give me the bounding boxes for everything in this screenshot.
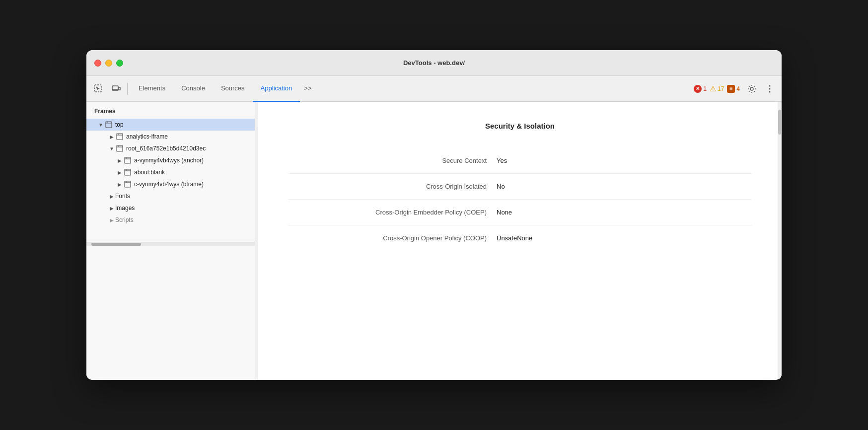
title-bar: DevTools - web.dev/ — [86, 50, 782, 76]
tree-arrow-root — [108, 145, 115, 152]
svg-point-6 — [769, 88, 771, 89]
tree-label-c-bframe: c-vynmy4vb4wys (bframe) — [134, 181, 204, 188]
content-scrollbar[interactable] — [778, 102, 782, 380]
info-label-1: Cross-Origin Isolated — [288, 183, 497, 190]
tree-item-fonts[interactable]: Fonts — [86, 190, 255, 202]
main-layout: Frames top — [86, 102, 782, 380]
badge-group: ✕ 1 ⚠ 17 ≡ 4 — [694, 84, 740, 93]
frame-icon-about-blank — [123, 169, 132, 176]
toolbar-right: ✕ 1 ⚠ 17 ≡ 4 — [694, 81, 778, 97]
tree-arrow-a-anchor — [116, 157, 123, 164]
svg-rect-11 — [117, 134, 123, 140]
info-value-1: No — [497, 183, 505, 190]
tab-elements[interactable]: Elements — [131, 76, 173, 102]
tree-label-images: Images — [115, 205, 135, 212]
cursor-icon — [94, 84, 103, 93]
info-label-2: Cross-Origin Embedder Policy (COEP) — [288, 209, 497, 216]
info-row-cross-origin-isolated: Cross-Origin Isolated No — [288, 174, 752, 200]
toolbar: Elements Console Sources Application >> … — [86, 76, 782, 102]
sidebar-scroll-thumb — [91, 243, 141, 246]
error-badge[interactable]: ✕ 1 — [694, 85, 707, 93]
error-icon: ✕ — [694, 85, 702, 93]
tab-application[interactable]: Application — [253, 76, 300, 102]
tree-label-scripts: Scripts — [115, 216, 134, 223]
more-tabs-button[interactable]: >> — [300, 76, 315, 102]
tree-arrow-analytics — [108, 133, 115, 140]
info-row-secure-context: Secure Context Yes — [288, 148, 752, 174]
close-button[interactable] — [94, 60, 101, 67]
svg-rect-2 — [119, 87, 120, 90]
warning-icon: ⚠ — [710, 84, 716, 93]
tree-item-images[interactable]: Images — [86, 202, 255, 214]
content-panel: Security & Isolation Secure Context Yes … — [258, 102, 782, 380]
tree-item-top[interactable]: top — [86, 119, 255, 131]
tree-arrow-top — [97, 121, 104, 128]
svg-rect-23 — [125, 181, 131, 187]
info-row-coep: Cross-Origin Embedder Policy (COEP) None — [288, 200, 752, 225]
frame-icon-analytics — [115, 133, 124, 140]
tree-label-fonts: Fonts — [115, 193, 130, 200]
frame-icon-c-bframe — [123, 181, 132, 188]
svg-point-4 — [750, 87, 753, 90]
info-badge[interactable]: ≡ 4 — [727, 85, 740, 93]
content-scroll-thumb — [778, 110, 781, 135]
info-value-2: None — [497, 209, 512, 216]
tree-arrow-fonts — [108, 193, 115, 200]
tree-label-analytics: analytics-iframe — [126, 133, 168, 140]
tab-console[interactable]: Console — [173, 76, 213, 102]
svg-point-7 — [769, 91, 771, 92]
devtools-window: DevTools - web.dev/ Elements Console — [86, 50, 782, 380]
tree-arrow-scripts — [108, 216, 115, 223]
info-icon: ≡ — [727, 85, 735, 93]
tree-arrow-c-bframe — [116, 181, 123, 188]
warning-badge[interactable]: ⚠ 17 — [710, 84, 724, 93]
tree-label-top: top — [115, 121, 124, 128]
inspect-element-button[interactable] — [90, 81, 106, 97]
sidebar: Frames top — [86, 102, 255, 380]
info-value-3: UnsafeNone — [497, 234, 532, 242]
tree-arrow-about-blank — [116, 169, 123, 176]
frame-icon-a-anchor — [123, 157, 132, 164]
info-value-0: Yes — [497, 157, 507, 164]
info-table: Secure Context Yes Cross-Origin Isolated… — [288, 148, 752, 251]
sidebar-scrollbar[interactable] — [86, 242, 255, 246]
svg-rect-14 — [117, 145, 123, 151]
tree-item-c-bframe[interactable]: c-vynmy4vb4wys (bframe) — [86, 178, 255, 190]
content-inner: Security & Isolation Secure Context Yes … — [258, 102, 782, 271]
svg-rect-17 — [125, 157, 131, 163]
maximize-button[interactable] — [116, 60, 123, 67]
settings-button[interactable] — [744, 81, 760, 97]
frame-icon-root — [115, 145, 124, 152]
tree-label-about-blank: about:blank — [134, 169, 165, 176]
tree-arrow-images — [108, 205, 115, 212]
tree-item-root[interactable]: root_616a752e1b5d4210d3ec — [86, 143, 255, 154]
traffic-lights — [94, 60, 123, 67]
more-options-button[interactable] — [762, 81, 778, 97]
section-title: Security & Isolation — [288, 122, 752, 130]
gear-icon — [747, 84, 756, 93]
frames-section-header: Frames — [86, 102, 255, 119]
svg-rect-8 — [106, 122, 112, 128]
tab-sources[interactable]: Sources — [213, 76, 253, 102]
frame-icon-top — [104, 121, 113, 128]
toolbar-divider — [127, 83, 128, 95]
tree-item-scripts[interactable]: Scripts — [86, 214, 255, 226]
tree-label-a-anchor: a-vynmy4vb4wys (anchor) — [134, 157, 204, 164]
svg-rect-20 — [125, 169, 131, 175]
tree-item-a-anchor[interactable]: a-vynmy4vb4wys (anchor) — [86, 154, 255, 166]
tree-item-analytics[interactable]: analytics-iframe — [86, 131, 255, 143]
tree-item-about-blank[interactable]: about:blank — [86, 166, 255, 178]
tree-label-root: root_616a752e1b5d4210d3ec — [126, 145, 206, 152]
info-label-0: Secure Context — [288, 157, 497, 164]
device-toggle-button[interactable] — [108, 81, 124, 97]
vertical-dots-icon — [769, 84, 771, 93]
info-label-3: Cross-Origin Opener Policy (COOP) — [288, 234, 497, 242]
device-icon — [112, 84, 121, 93]
svg-point-5 — [769, 85, 771, 86]
minimize-button[interactable] — [105, 60, 112, 67]
window-title: DevTools - web.dev/ — [403, 59, 465, 67]
tab-bar: Elements Console Sources Application >> — [131, 76, 315, 102]
info-row-coop: Cross-Origin Opener Policy (COOP) Unsafe… — [288, 225, 752, 251]
